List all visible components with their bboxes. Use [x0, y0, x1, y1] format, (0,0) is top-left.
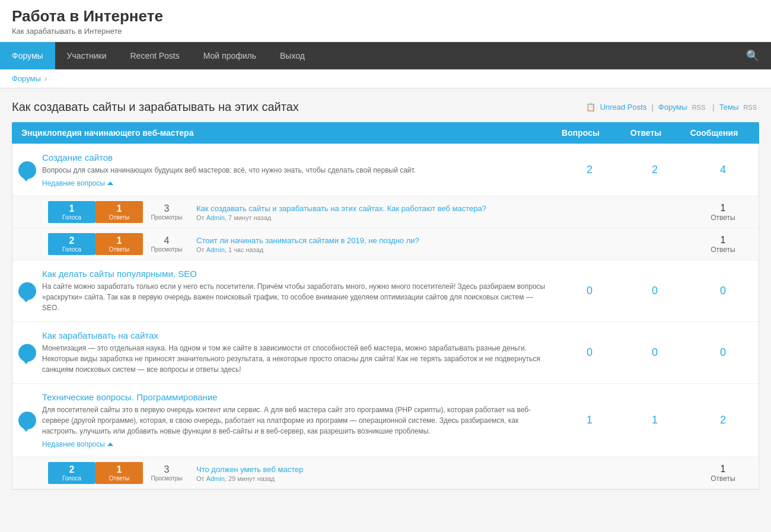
forums-rss-link[interactable]: Форумы: [658, 103, 687, 112]
forum-messages-1: 4: [687, 164, 759, 176]
forum-icon-1: [12, 161, 42, 179]
bubble-icon-3: [18, 344, 36, 362]
chevron-up-icon-1: [107, 181, 113, 185]
views-num-4-1: 3: [143, 464, 190, 475]
forum-messages-2: 0: [687, 285, 759, 297]
post-meta-4-1: От Admin, 29 минут назад: [196, 475, 687, 482]
page-forum-title: Как создавать сайты и зарабатывать на эт…: [12, 100, 299, 114]
forum-messages-4: 2: [687, 414, 759, 426]
sub-posts-1: 1 Голоса 1 Ответы 3 Просмотры Как создав…: [12, 196, 759, 260]
breadcrumb-forums-link[interactable]: Форумы: [12, 74, 41, 83]
unread-posts-link[interactable]: Unread Posts: [600, 103, 647, 112]
forums-rss-icon: RSS: [692, 104, 706, 111]
themes-rss-link[interactable]: Темы: [719, 103, 739, 112]
post-answers-col-4-1: 1 Ответы: [693, 464, 753, 483]
forum-questions-1: 2: [557, 164, 622, 176]
votes-num-1-2: 2: [53, 235, 91, 246]
forum-row-4: Технические вопросы. Программирование Дл…: [12, 384, 759, 457]
votes-label-1-2: Голоса: [53, 246, 91, 253]
post-title-link-1-2[interactable]: Стоит ли начинать заниматься сайтами в 2…: [196, 236, 419, 245]
forum-answers-4: 1: [622, 414, 687, 426]
views-label-1-2: Просмотры: [143, 246, 190, 253]
forum-name-1[interactable]: Создание сайтов: [42, 152, 113, 163]
recent-link-1[interactable]: Недавние вопросы: [42, 179, 105, 187]
forum-row-2: Как делать сайты популярными, SEO На сай…: [12, 260, 759, 322]
forum-row-3: Как зарабатывать на сайтах Монетизация —…: [12, 322, 759, 384]
nav-logout[interactable]: Выход: [268, 42, 317, 69]
forum-info-2: Как делать сайты популярными, SEO На сай…: [42, 269, 557, 313]
post-title-link-1-1[interactable]: Как создавать сайты и зарабатывать на эт…: [196, 204, 486, 213]
nav-forums[interactable]: Форумы: [0, 42, 55, 69]
answer-box-4-1: 1 Ответы: [95, 462, 143, 484]
answers-num-1-2: 1: [100, 235, 138, 246]
forum-answers-1: 2: [622, 164, 687, 176]
nav-recent-posts[interactable]: Recent Posts: [118, 42, 191, 69]
forum-questions-4: 1: [557, 414, 622, 426]
post-title-col-4-1: Что должен уметь веб мастер От Admin, 29…: [190, 464, 693, 482]
post-answers-label-1-1: Ответы: [693, 214, 753, 222]
vote-box-4-1: 2 Голоса: [48, 462, 95, 484]
vote-box-1-1: 1 Голоса: [48, 201, 95, 223]
col-answers: Ответы: [613, 128, 678, 138]
post-title-col-1-2: Стоит ли начинать заниматься сайтами в 2…: [190, 235, 693, 253]
forum-info-3: Как зарабатывать на сайтах Монетизация —…: [42, 330, 557, 375]
recent-link-4[interactable]: Недавние вопросы: [42, 440, 105, 448]
forum-desc-4: Для посетителей сайты это в первую очере…: [42, 404, 551, 437]
post-author-link-1-2[interactable]: Admin: [206, 246, 225, 253]
answers-num-1-1: 1: [100, 203, 138, 214]
sub-post-row: 2 Голоса 1 Ответы 4 Просмотры Стоит ли н…: [12, 228, 759, 260]
nav-profile[interactable]: Мой профиль: [192, 42, 268, 69]
forum-info-1: Создание сайтов Вопросы для самых начина…: [42, 152, 557, 187]
post-title-link-4-1[interactable]: Что должен уметь веб мастер: [196, 465, 303, 474]
post-author-link-1-1[interactable]: Admin: [206, 214, 225, 221]
views-num-1-1: 3: [143, 203, 190, 214]
forum-name-4[interactable]: Технические вопросы. Программирование: [42, 392, 218, 402]
separator-pipe-1: |: [651, 103, 653, 112]
search-icon[interactable]: 🔍: [734, 42, 771, 69]
forum-icon-4: [12, 412, 42, 429]
forum-name-2[interactable]: Как делать сайты популярными, SEO: [42, 269, 197, 279]
post-answers-col-1-1: 1 Ответы: [693, 203, 753, 222]
answers-label-1-1: Ответы: [100, 214, 138, 221]
post-author-link-4-1[interactable]: Admin: [206, 475, 225, 482]
breadcrumb-separator: ›: [44, 74, 47, 83]
forum-icon-2: [12, 282, 42, 300]
forum-questions-3: 0: [557, 346, 622, 359]
post-time-1-2: 1 час назад: [228, 246, 263, 253]
col-questions: Вопросы: [548, 128, 613, 138]
votes-label-4-1: Голоса: [53, 475, 91, 482]
separator-pipe-2: |: [712, 103, 714, 112]
forum-name-3[interactable]: Как зарабатывать на сайтах: [42, 330, 158, 340]
post-answers-num-4-1: 1: [693, 464, 753, 474]
post-time-1-1: 7 минут назад: [228, 214, 271, 221]
answers-label-1-2: Ответы: [100, 246, 138, 253]
site-subtitle: Как зарабатывать в Интернете: [12, 27, 759, 36]
forum-info-4: Технические вопросы. Программирование Дл…: [42, 392, 557, 448]
views-box-1-2: 4 Просмотры: [143, 235, 190, 253]
sub-posts-4: 2 Голоса 1 Ответы 3 Просмотры Что должен…: [12, 457, 759, 489]
forum-messages-3: 0: [687, 346, 759, 359]
post-answers-label-1-2: Ответы: [693, 246, 753, 254]
forum-desc-2: На сайте можно заработать только если у …: [42, 281, 551, 313]
sub-post-row: 1 Голоса 1 Ответы 3 Просмотры Как создав…: [12, 196, 759, 228]
bubble-icon-1: [18, 161, 36, 179]
views-num-1-2: 4: [143, 235, 190, 246]
chevron-up-icon-4: [107, 442, 113, 446]
forum-questions-2: 0: [557, 285, 622, 297]
vote-box-1-2: 2 Голоса: [48, 233, 95, 255]
forum-icon-3: [12, 344, 42, 362]
views-label-1-1: Просмотры: [143, 214, 190, 221]
page-content: Как создавать сайты и зарабатывать на эт…: [0, 88, 771, 496]
nav-members[interactable]: Участники: [55, 42, 119, 69]
answers-label-4-1: Ответы: [100, 475, 138, 482]
site-header: Работа в Интернете Как зарабатывать в Ин…: [0, 0, 771, 42]
forum-desc-3: Монетизация — это отдельная наука. На од…: [42, 343, 551, 375]
recent-toggle-1: Недавние вопросы: [42, 179, 551, 187]
forum-section: Создание сайтов Вопросы для самых начина…: [12, 144, 759, 490]
category-name: Энциклопедия начинающего веб-мастера: [21, 128, 548, 138]
answers-num-4-1: 1: [100, 464, 138, 475]
main-nav: Форумы Участники Recent Posts Мой профил…: [0, 42, 771, 69]
views-label-4-1: Просмотры: [143, 475, 190, 482]
views-box-1-1: 3 Просмотры: [143, 203, 190, 221]
sub-post-row-4-1: 2 Голоса 1 Ответы 3 Просмотры Что должен…: [12, 457, 759, 489]
